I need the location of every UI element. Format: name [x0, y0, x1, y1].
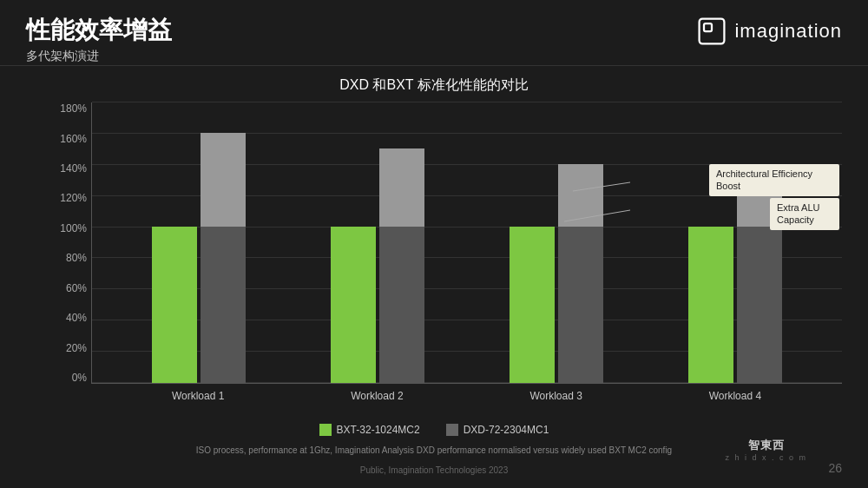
logo-text: imagination	[734, 20, 842, 43]
y-label-120: 120%	[52, 192, 91, 204]
svg-rect-1	[704, 23, 712, 31]
bar-bxt-fill-3	[510, 227, 555, 383]
bar-dxd-arch-1	[201, 133, 246, 227]
bar-dxd-base-4	[737, 227, 782, 383]
y-label-180: 180%	[52, 102, 91, 115]
page-number: 26	[828, 461, 842, 475]
bar-bxt-3	[510, 227, 555, 383]
separator-line	[0, 65, 868, 66]
chart-inner: 0% 20% 40% 60% 80% 100% 120% 140% 160% 1…	[52, 102, 842, 410]
bar-group-1	[152, 133, 246, 383]
x-label-2: Workload 2	[329, 386, 424, 410]
y-label-40: 40%	[52, 312, 91, 324]
y-label-100: 100%	[52, 222, 91, 234]
bar-dxd-base-1	[201, 227, 246, 383]
bar-dxd-3	[558, 164, 603, 383]
legend-label-bxt: BXT-32-1024MC2	[337, 424, 420, 436]
logo-area: imagination	[696, 16, 842, 47]
legend-label-dxd: DXD-72-2304MC1	[464, 424, 549, 436]
bar-dxd-arch-2	[379, 148, 424, 227]
x-label-4: Workload 4	[687, 386, 783, 410]
bar-dxd-base-3	[558, 227, 603, 383]
bar-dxd-stack-2	[379, 148, 424, 383]
legend-bxt: BXT-32-1024MC2	[319, 424, 420, 436]
bar-groups	[92, 102, 842, 383]
chart-container: 0% 20% 40% 60% 80% 100% 120% 140% 160% 1…	[52, 102, 842, 410]
legend-dxd: DXD-72-2304MC1	[446, 424, 549, 436]
bar-bxt-fill-1	[152, 227, 197, 383]
plot-area	[91, 102, 842, 384]
brand-sub: z h i d x . c o m	[725, 453, 807, 462]
bar-group-4	[688, 195, 782, 383]
brand-logo: 智東西 z h i d x . c o m	[725, 438, 807, 462]
bar-bxt-4	[688, 227, 733, 383]
x-axis-labels: Workload 1Workload 2Workload 3Workload 4	[91, 386, 842, 410]
callout-extra-alu: Extra ALUCapacity	[770, 198, 839, 230]
sub-title: 多代架构演进	[26, 49, 842, 64]
y-label-0: 0%	[52, 372, 91, 384]
legend-box-gray	[446, 424, 458, 436]
bar-dxd-1	[201, 133, 246, 383]
bar-dxd-stack-1	[201, 133, 246, 383]
y-label-20: 20%	[52, 342, 91, 354]
bar-dxd-stack-3	[558, 164, 603, 383]
y-label-160: 160%	[52, 133, 91, 145]
x-label-1: Workload 1	[150, 386, 246, 410]
bar-dxd-2	[379, 148, 424, 383]
bar-bxt-2	[331, 227, 376, 383]
y-axis-labels: 0% 20% 40% 60% 80% 100% 120% 140% 160% 1…	[52, 102, 91, 384]
bar-bxt-fill-2	[331, 227, 376, 383]
chart-title: DXD 和BXT 标准化性能的对比	[0, 76, 868, 95]
legend-box-green	[319, 424, 332, 436]
callout-arch-efficiency: Architectural Efficiency Boost	[709, 164, 839, 196]
x-label-3: Workload 3	[509, 386, 604, 410]
legend: BXT-32-1024MC2 DXD-72-2304MC1	[0, 424, 868, 436]
brand-name: 智東西	[725, 438, 807, 453]
bar-bxt-fill-4	[688, 227, 733, 383]
page-info: Public, Imagination Technologies 2023	[0, 465, 868, 475]
y-label-80: 80%	[52, 252, 91, 264]
bar-dxd-arch-3	[558, 164, 603, 227]
bar-dxd-base-2	[379, 227, 424, 383]
y-label-140: 140%	[52, 162, 91, 175]
imagination-logo-icon	[696, 16, 727, 47]
y-label-60: 60%	[52, 282, 91, 294]
bar-group-2	[331, 148, 424, 383]
bar-group-3	[510, 164, 603, 383]
callout-arch-text: Architectural Efficiency Boost	[716, 168, 812, 191]
slide: 性能效率增益 多代架构演进 imagination DXD 和BXT 标准化性能…	[0, 0, 868, 488]
page-info-text: Public, Imagination Technologies 2023	[360, 465, 509, 475]
bar-bxt-1	[152, 227, 197, 383]
